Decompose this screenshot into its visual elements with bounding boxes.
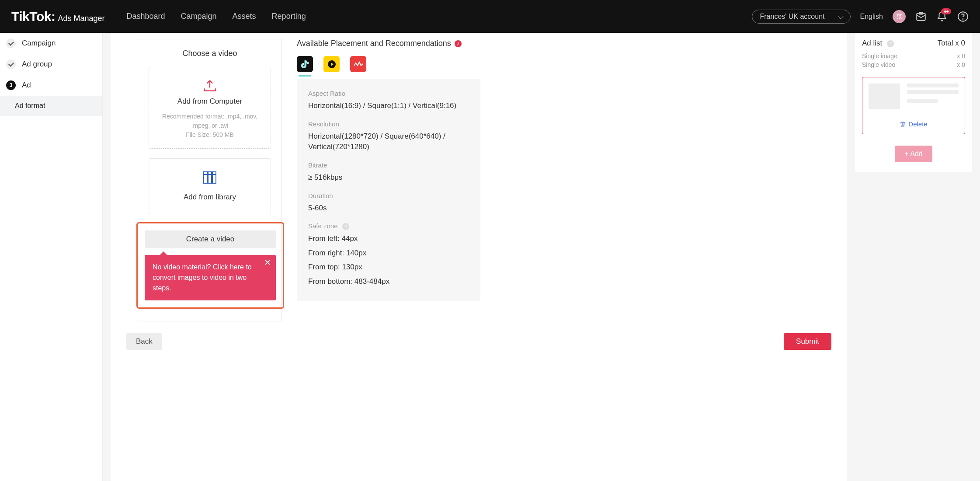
info-icon[interactable]: i [455, 40, 462, 47]
upload-icon [202, 79, 218, 92]
adlist-single-video-count: x 0 [957, 61, 965, 70]
chevron-down-icon [838, 13, 844, 19]
steps-sidebar: Campaign Ad group 3 Ad Ad format [0, 33, 103, 481]
step-ad-group[interactable]: Ad group [0, 54, 102, 75]
adlist-single-image-count: x 0 [957, 52, 965, 61]
delete-label: Delete [908, 120, 927, 128]
placement-apps [297, 56, 480, 72]
play-icon [327, 59, 337, 69]
logo-ads-manager: Ads Manager [58, 14, 104, 23]
step-number-icon: 3 [6, 80, 16, 90]
upload-box[interactable]: Add from Computer Recommended format: .m… [149, 68, 271, 149]
sz-top: From top: 130px [308, 262, 469, 273]
avatar[interactable]: 范 [893, 10, 906, 23]
ad-card[interactable]: Delete [862, 77, 965, 134]
ad-preview [869, 84, 959, 109]
library-box[interactable]: Add from library [149, 158, 271, 214]
check-icon [6, 38, 16, 48]
logo: TikTok: Ads Manager [11, 9, 104, 24]
spec-duration-label: Duration [308, 192, 469, 199]
step-label: Ad group [22, 60, 52, 69]
top-header: TikTok: Ads Manager Dashboard Campaign A… [0, 0, 980, 33]
placement-title: Available Placement and Recommendations [297, 39, 451, 48]
sz-bottom: From bottom: 483-484px [308, 276, 469, 287]
step-campaign[interactable]: Campaign [0, 33, 102, 54]
notifications-button[interactable]: 9+ [936, 11, 948, 22]
spec-bitrate-label: Bitrate [308, 161, 469, 169]
adlist-title: Ad list ? [862, 39, 894, 48]
create-video-tooltip: No video material? Click here to convert… [145, 255, 276, 300]
logo-tiktok: TikTok: [11, 9, 55, 24]
create-video-highlight: Create a video No video material? Click … [136, 222, 284, 309]
spec-res-value: Horizontal(1280*720) / Square(640*640) /… [308, 131, 469, 153]
step-label: Ad [22, 81, 31, 90]
sz-right: From right: 140px [308, 248, 469, 259]
upload-hint-2: File Size: 500 MB [154, 130, 265, 139]
help-icon[interactable]: ? [342, 223, 349, 230]
svg-rect-6 [212, 172, 216, 183]
spec-duration-value: 5-60s [308, 203, 469, 214]
nav-dashboard[interactable]: Dashboard [126, 12, 165, 21]
ad-list-panel: Ad list ? Total x 0 Single image x 0 Sin… [855, 33, 972, 172]
back-button[interactable]: Back [126, 333, 162, 350]
top-nav: Dashboard Campaign Assets Reporting [126, 12, 306, 21]
account-selector[interactable]: Frances' UK account [752, 10, 851, 24]
delete-ad-button[interactable]: Delete [869, 120, 959, 128]
account-name: Frances' UK account [760, 13, 825, 21]
spec-safezone-label: Safe zone ? [308, 222, 469, 230]
library-icon [202, 170, 217, 185]
nav-assets[interactable]: Assets [233, 12, 256, 21]
wave-icon [353, 61, 364, 67]
help-icon[interactable]: ? [887, 40, 894, 47]
tiktok-icon [301, 59, 309, 69]
add-ad-button[interactable]: + Add [895, 146, 932, 162]
library-title: Add from library [154, 193, 265, 202]
sz-left: From left: 44px [308, 234, 469, 244]
spec-safezone-values: From left: 44px From right: 140px From t… [308, 234, 469, 287]
close-icon[interactable] [264, 259, 271, 265]
spec-bitrate-value: ≥ 516kbps [308, 172, 469, 183]
language-selector[interactable]: English [860, 13, 883, 21]
placement-tiktok[interactable] [297, 56, 313, 72]
adlist-total: Total x 0 [938, 39, 965, 48]
substep-ad-format[interactable]: Ad format [0, 96, 102, 116]
notification-badge: 9+ [941, 8, 951, 14]
center-card: Choose a video Add from Computer Recomme… [111, 33, 847, 481]
ad-thumbnail-placeholder [869, 84, 900, 109]
spec-res-label: Resolution [308, 120, 469, 128]
nav-campaign[interactable]: Campaign [181, 12, 217, 21]
nav-reporting[interactable]: Reporting [272, 12, 306, 21]
spec-card: Aspect Ratio Horizontal(16:9) / Square(1… [297, 79, 480, 301]
choose-video-title: Choose a video [149, 49, 271, 58]
placement-panel: Available Placement and Recommendations … [297, 39, 480, 321]
svg-rect-4 [204, 172, 207, 183]
check-icon [6, 59, 16, 69]
spec-aspect-label: Aspect Ratio [308, 90, 469, 97]
footer-bar: Back Submit [111, 326, 847, 350]
step-label: Campaign [22, 39, 56, 48]
header-right: Frances' UK account English 范 9+ [752, 10, 969, 24]
trash-icon [900, 121, 906, 127]
create-video-button[interactable]: Create a video [145, 230, 276, 248]
ad-text-placeholder [907, 84, 959, 103]
adlist-single-image-label: Single image [862, 52, 897, 61]
spec-aspect-value: Horizontal(16:9) / Square(1:1) / Vertica… [308, 101, 469, 112]
main-content: Choose a video Add from Computer Recomme… [103, 33, 980, 481]
choose-video-panel: Choose a video Add from Computer Recomme… [138, 39, 282, 321]
tooltip-text: No video material? Click here to convert… [153, 263, 252, 292]
upload-hint-1: Recommended format: .mp4, .mov, .mpeg, o… [154, 112, 265, 130]
inbox-icon[interactable] [915, 11, 927, 22]
adlist-single-video-label: Single video [862, 61, 895, 70]
substep-label: Ad format [15, 102, 45, 109]
submit-button[interactable]: Submit [784, 333, 831, 350]
placement-buzzvideo[interactable] [323, 56, 340, 72]
step-ad[interactable]: 3 Ad [0, 75, 102, 96]
upload-title: Add from Computer [154, 97, 265, 106]
help-icon[interactable] [957, 11, 969, 22]
svg-rect-5 [208, 172, 212, 183]
placement-pangle[interactable] [350, 56, 366, 72]
svg-point-3 [963, 18, 963, 19]
